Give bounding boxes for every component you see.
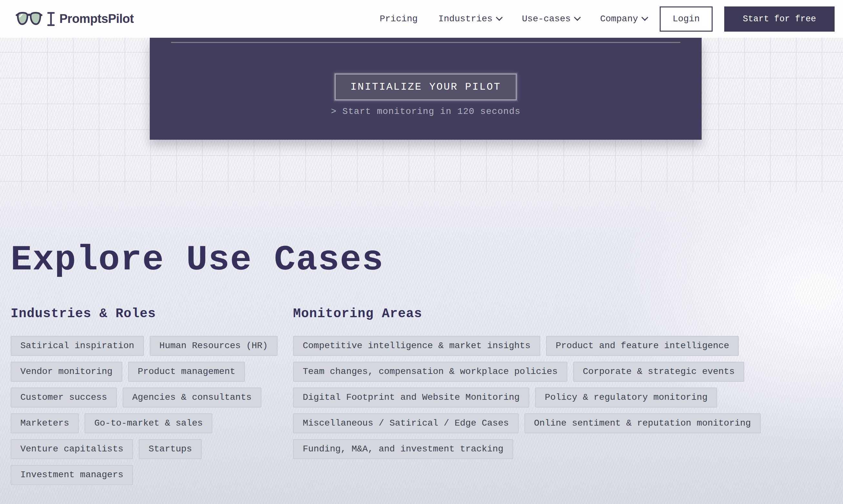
use-case-chip[interactable]: Go-to-market & sales [85,413,212,433]
use-cases-section: Explore Use Cases Industries & Roles Sat… [11,239,843,485]
use-case-chip[interactable]: Digital Footprint and Website Monitoring [293,388,529,408]
main-nav: Pricing Industries Use-cases Company [379,14,647,24]
brand-name: PromptsPilot [59,12,133,26]
brand-logo[interactable]: PromptsPilot [16,11,133,27]
use-case-chip[interactable]: Vendor monitoring [11,362,122,382]
start-for-free-button[interactable]: Start for free [724,6,835,32]
use-case-chip[interactable]: Policy & regulatory monitoring [535,388,717,408]
hero-panel: INITIALIZE YOUR PILOT > Start monitoring… [150,38,702,140]
nav-link-industries[interactable]: Industries [438,14,501,24]
initialize-pilot-button[interactable]: INITIALIZE YOUR PILOT [335,74,517,100]
use-case-chip[interactable]: Human Resources (HR) [150,336,277,356]
use-case-chip[interactable]: Agencies & consultants [123,388,262,408]
use-case-chip[interactable]: Funding, M&A, and investment tracking [293,439,513,459]
page: PromptsPilot Pricing Industries Use-case… [0,0,843,504]
use-case-chip[interactable]: Competitive intelligence & market insigh… [293,336,540,356]
use-case-chip[interactable]: Marketers [11,413,79,433]
column-industries-roles: Industries & Roles Satirical inspiration… [11,307,293,485]
ibeam-cursor-icon [47,12,55,26]
use-case-columns: Industries & Roles Satirical inspiration… [11,307,843,485]
use-case-chip[interactable]: Customer success [11,388,117,408]
column-heading: Monitoring Areas [293,307,832,321]
column-monitoring-areas: Monitoring Areas Competitive intelligenc… [293,307,843,459]
use-case-chip[interactable]: Product management [128,362,245,382]
use-case-chip[interactable]: Investment managers [11,465,133,485]
use-case-chip[interactable]: Miscellaneous / Satirical / Edge Cases [293,413,519,433]
nav-link-pricing[interactable]: Pricing [379,14,418,24]
site-header: PromptsPilot Pricing Industries Use-case… [0,0,843,38]
chip-list: Satirical inspiration Human Resources (H… [11,336,293,485]
login-button[interactable]: Login [660,6,713,32]
nav-link-use-cases[interactable]: Use-cases [522,14,579,24]
nav-link-company[interactable]: Company [600,14,647,24]
use-case-chip[interactable]: Online sentiment & reputation monitoring [524,413,761,433]
chevron-down-icon [641,14,648,21]
use-case-chip[interactable]: Corporate & strategic events [573,362,744,382]
chevron-down-icon [574,14,581,21]
chevron-down-icon [496,14,503,21]
aviator-glasses-icon [16,11,42,27]
use-case-chip[interactable]: Startups [139,439,201,459]
hero-tagline: > Start monitoring in 120 seconds [331,107,521,116]
use-case-chip[interactable]: Product and feature intelligence [546,336,739,356]
use-case-chip[interactable]: Venture capitalists [11,439,133,459]
use-case-chip[interactable]: Satirical inspiration [11,336,144,356]
hero-top-divider [171,42,680,43]
use-case-chip[interactable]: Team changes, compensation & workplace p… [293,362,568,382]
column-heading: Industries & Roles [11,307,293,321]
chip-list: Competitive intelligence & market insigh… [293,336,832,459]
page-title: Explore Use Cases [11,239,843,281]
